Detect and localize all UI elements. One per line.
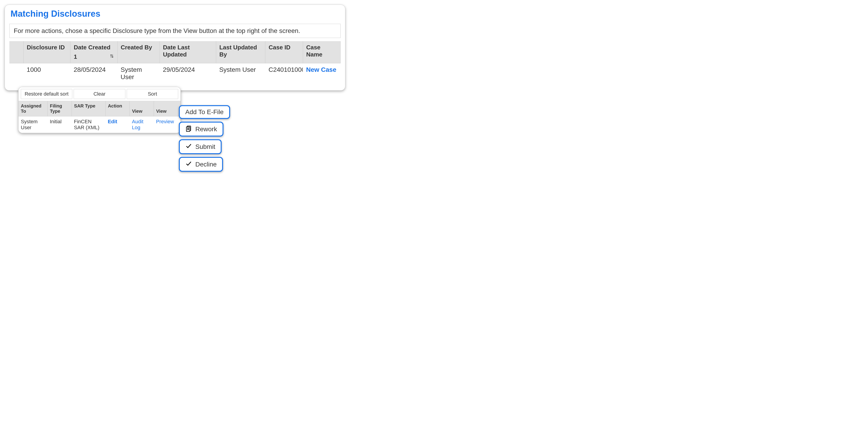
cell-date-last-updated: 29/05/2024 bbox=[160, 63, 216, 84]
sort-toolbar: Restore default sort Clear Sort bbox=[19, 87, 181, 95]
matching-disclosures-panel: Matching Disclosures For more actions, c… bbox=[5, 5, 345, 91]
col-date-created[interactable]: Date Created 1 bbox=[70, 41, 117, 63]
col-date-created-label: Date Created bbox=[74, 44, 110, 51]
col-date-last-updated[interactable]: Date Last Updated bbox=[160, 41, 216, 63]
cell-date-created: 28/05/2024 bbox=[70, 63, 117, 84]
cell-disclosure-id: 1000 bbox=[24, 63, 70, 84]
col-last-updated-by[interactable]: Last Updated By bbox=[216, 41, 265, 63]
sort-arrows-icon[interactable] bbox=[110, 53, 114, 60]
info-bar: For more actions, chose a specific Discl… bbox=[9, 24, 341, 38]
cell-last-updated-by: System User bbox=[216, 63, 265, 84]
col-case-id[interactable]: Case ID bbox=[265, 41, 303, 63]
restore-default-sort-button[interactable]: Restore default sort bbox=[21, 89, 72, 95]
sort-button[interactable]: Sort bbox=[127, 89, 178, 95]
table-header-row: Disclosure ID Date Created 1 Created By bbox=[9, 41, 341, 63]
sort-priority: 1 bbox=[74, 53, 77, 60]
col-case-name[interactable]: Case Name bbox=[303, 41, 340, 63]
disclosures-table: Disclosure ID Date Created 1 Created By bbox=[9, 41, 341, 84]
cell-created-by: System User bbox=[117, 63, 160, 84]
panel-title: Matching Disclosures bbox=[5, 5, 345, 21]
cell-case-id: C240101000 bbox=[265, 63, 303, 84]
sort-sub-panel: Restore default sort Clear Sort Assigned… bbox=[18, 87, 181, 95]
table-row[interactable]: 1000 28/05/2024 System User 29/05/2024 S… bbox=[9, 63, 341, 84]
col-created-by[interactable]: Created By bbox=[117, 41, 160, 63]
cell-case-name: New Case bbox=[303, 63, 340, 84]
clear-button[interactable]: Clear bbox=[74, 89, 125, 95]
col-disclosure-id[interactable]: Disclosure ID bbox=[24, 41, 70, 63]
col-expand[interactable] bbox=[9, 41, 24, 63]
case-name-link[interactable]: New Case bbox=[306, 66, 336, 73]
